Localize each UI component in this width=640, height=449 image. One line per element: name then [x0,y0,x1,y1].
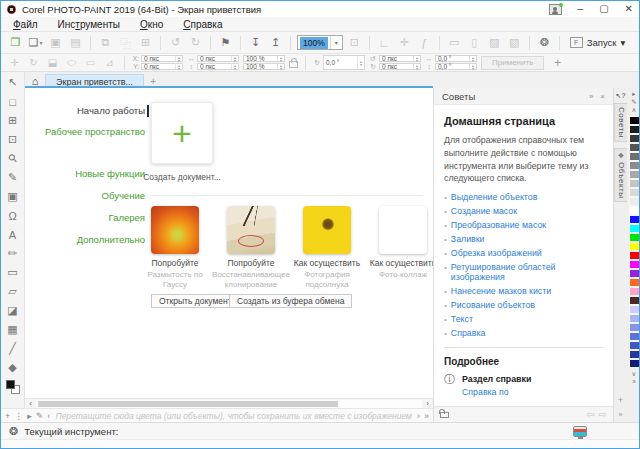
transform-scale-icon[interactable]: ⬓ [45,57,60,68]
mask-transform-tool[interactable]: ⊞ [1,111,25,130]
palette-color-swatch[interactable] [629,287,640,296]
palette-color-swatch[interactable] [629,278,640,287]
skew-h-field[interactable]: 0,0 ° [435,55,477,62]
hint-link[interactable]: •Текст [444,314,603,324]
palette-eyedropper-icon[interactable]: ✎ [631,98,636,106]
scrollbar-thumb[interactable] [38,401,338,407]
flyout-icon[interactable]: ▸ [27,411,32,421]
palette-more-icon[interactable]: » [424,411,429,421]
palette-color-swatch[interactable] [629,305,640,314]
open-document-icon[interactable]: ❏▾ [27,34,44,51]
spinner-icon[interactable] [277,64,284,69]
launch-dropdown[interactable]: F Запуск ▾ [566,37,630,48]
scroll-left-icon[interactable]: ‹ [25,399,36,408]
hint-link[interactable]: •Выделение объектов [444,192,603,202]
spinner-icon[interactable] [175,64,182,69]
skew-v-field[interactable]: 0,0 ° [435,63,477,70]
welcome-nav-more[interactable]: Дополнительно [33,234,145,245]
transform-position-icon[interactable]: ✛ [7,57,22,68]
import-icon[interactable]: ↧ [247,34,264,51]
lock-docker-icon[interactable] [440,412,449,418]
create-document-card[interactable]: + [151,102,213,164]
rotation-angle-field[interactable]: 0,0 ° [323,55,365,70]
hint-link[interactable]: •Преобразование масок [444,220,603,230]
spinner-icon[interactable] [413,64,420,69]
show-object-marquee-icon[interactable]: ▯ [466,34,483,51]
palette-color-swatch[interactable] [629,143,640,152]
options-gear-icon[interactable]: ❂ [536,34,553,51]
spinner-icon[interactable] [277,56,284,61]
docker-close-icon[interactable]: × [600,92,605,101]
status-gear-icon[interactable]: ❂ [9,425,18,438]
menu-file[interactable]: Файл [13,19,38,30]
open-dropdown-caret-icon[interactable]: ▾ [39,39,42,46]
palette-expand-icon[interactable]: » [632,378,636,386]
docker-tab-hints[interactable]: Советы [614,103,627,142]
straighten-image-icon[interactable]: ∟ [376,34,393,51]
spinner-icon[interactable] [175,56,182,61]
palette-color-swatch[interactable] [629,161,640,170]
palette-color-swatch[interactable] [629,233,640,242]
palette-scroll-left-icon[interactable]: ‹ [47,411,50,421]
palette-color-swatch[interactable] [629,350,640,359]
help-link[interactable]: Справка по [462,387,531,397]
scroll-right-icon[interactable]: › [422,399,433,408]
paint-tool[interactable]: ✏ [1,244,25,263]
spinner-icon[interactable] [469,64,476,69]
apply-button[interactable]: Применить [481,56,544,70]
palette-color-swatch[interactable] [629,224,640,233]
object-transparency-tool[interactable]: ◪ [1,301,25,320]
tutorial-thumbnail-gaussian-blur[interactable] [151,206,199,254]
minimize-button[interactable]: – [578,4,584,14]
palette-color-swatch[interactable] [629,116,640,125]
center-x-field[interactable]: 0 пкс [379,55,421,62]
foreground-color-swatch[interactable] [6,380,15,389]
transform-distort-icon[interactable]: ▭ [83,57,98,68]
close-button[interactable]: ✕ [625,4,633,14]
docker-flyout-icon[interactable]: » [589,92,593,101]
pattern-transparency-tool[interactable]: ▦ [1,320,25,339]
lasso-mask-tool[interactable]: Ω [1,206,25,225]
docker-back-icon[interactable]: ⇦ [586,409,594,420]
fit-to-screen-icon[interactable]: ⊡ [346,34,363,51]
hint-link[interactable]: •Обрезка изображений [444,248,603,258]
palette-color-swatch[interactable] [629,152,640,161]
welcome-nav-gallery[interactable]: Галерея [33,212,145,223]
add-docker-icon[interactable]: + [618,395,623,405]
palette-color-swatch[interactable] [629,197,640,206]
zoom-level-value[interactable]: 100% [300,37,328,49]
save-icon[interactable]: ▣ [47,34,64,51]
palette-flyout-icon[interactable]: ▸ [632,90,635,98]
palette-color-swatch[interactable] [629,260,640,269]
eraser-tool[interactable]: ▱ [1,282,25,301]
redo-icon[interactable]: ↻ [187,34,204,51]
height-field[interactable]: 0 пкс [197,63,239,70]
pick-tool[interactable]: ↖ [1,73,25,92]
cut-icon[interactable]: ⧉ [97,34,114,51]
welcome-nav-getting-started[interactable]: Начало работы [33,105,145,116]
palette-color-swatch[interactable] [629,206,640,215]
docker-tab-objects[interactable]: ❖Объекты [614,148,627,203]
palette-color-swatch[interactable] [629,251,640,260]
welcome-nav-workspace[interactable]: Рабочее пространство [33,126,145,137]
hint-link[interactable]: •Рисование объектов [444,300,603,310]
palette-color-swatch[interactable] [629,359,640,368]
palette-color-swatch[interactable] [629,332,640,341]
tutorial-thumbnail-photo-collage[interactable] [379,206,427,254]
eyedropper-icon[interactable]: ✎ [36,411,44,421]
transform-rotate-icon[interactable]: ↻ [26,57,41,68]
horizontal-scrollbar[interactable]: ‹ › [25,398,433,408]
palette-color-swatch[interactable] [629,215,640,224]
hint-link[interactable]: •Ретуширование областей изображения [444,262,603,282]
undo-icon[interactable]: ↺ [167,34,184,51]
menu-help[interactable]: Справка [183,19,222,30]
new-document-icon[interactable]: ❐ [7,34,24,51]
welcome-nav-learning[interactable]: Обучение [33,190,145,201]
palette-color-swatch[interactable] [629,242,640,251]
rectangle-mask-tool[interactable]: □ [1,92,25,111]
palette-color-swatch[interactable] [629,323,640,332]
spinner-icon[interactable] [231,64,238,69]
add-control-icon[interactable]: + [554,56,561,70]
rectangle-tool[interactable]: ▭ [1,263,25,282]
color-management-icon[interactable] [573,426,587,437]
